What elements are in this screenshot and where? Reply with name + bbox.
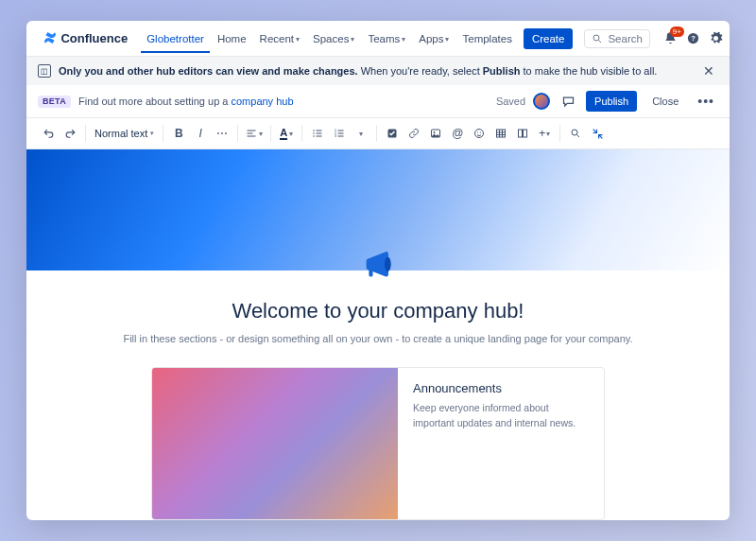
top-nav: Confluence GlobetrotterHomeRecent▾Spaces… (26, 21, 730, 57)
svg-point-4 (314, 130, 316, 131)
svg-point-14 (477, 131, 478, 132)
editor-content[interactable]: Welcome to your company hub! Fill in the… (26, 149, 730, 520)
redo-icon[interactable] (60, 122, 80, 145)
nav-link-templates[interactable]: Templates (456, 24, 517, 53)
list-more-icon[interactable]: ▾ (351, 122, 371, 145)
svg-point-19 (572, 130, 577, 135)
align-icon[interactable]: ▾ (243, 122, 266, 145)
image-icon[interactable] (425, 122, 446, 145)
banner-close-icon[interactable]: ✕ (699, 63, 718, 79)
notifications-icon[interactable]: 9+ (663, 31, 679, 46)
chevron-down-icon: ▾ (296, 35, 300, 44)
more-actions-icon[interactable]: ••• (694, 94, 718, 109)
table-icon[interactable] (490, 122, 511, 145)
collaborator-avatar[interactable] (533, 93, 550, 110)
page-body: Welcome to your company hub! Fill in the… (26, 286, 730, 520)
svg-line-1 (599, 40, 602, 43)
beta-badge: BETA (38, 96, 71, 108)
notification-badge: 9+ (670, 26, 684, 37)
hub-icon: ◫ (38, 64, 51, 78)
svg-line-20 (577, 135, 580, 138)
bold-icon[interactable]: B (168, 122, 189, 145)
chevron-down-icon: ▾ (445, 35, 449, 44)
bullet-list-icon[interactable] (307, 122, 328, 145)
text-color-icon[interactable]: A▾ (276, 122, 297, 145)
company-hub-link[interactable]: company hub (231, 96, 293, 107)
visibility-banner: ◫ Only you and other hub editors can vie… (26, 57, 730, 85)
layouts-icon[interactable] (512, 122, 533, 145)
insert-more-icon[interactable]: +▾ (534, 122, 555, 145)
more-formatting-icon[interactable]: ⋯ (212, 122, 232, 145)
svg-point-6 (314, 135, 316, 137)
svg-point-0 (593, 35, 599, 41)
create-button[interactable]: Create (524, 28, 574, 49)
nav-link-globetrotter[interactable]: Globetrotter (141, 24, 210, 53)
collapse-icon[interactable] (587, 122, 608, 145)
svg-point-21 (385, 257, 391, 271)
app-frame: Confluence GlobetrotterHomeRecent▾Spaces… (26, 21, 730, 520)
megaphone-icon (26, 244, 730, 286)
settings-icon[interactable] (709, 31, 724, 46)
saved-status: Saved (496, 96, 525, 107)
nav-link-home[interactable]: Home (212, 24, 252, 53)
banner-text: Only you and other hub editors can view … (59, 65, 692, 77)
italic-icon[interactable]: I (190, 122, 211, 145)
page-subtext[interactable]: Fill in these sections - or design somet… (83, 333, 673, 344)
search-placeholder: Search (608, 33, 642, 44)
editor-subheader: BETA Find out more about setting up a co… (26, 85, 730, 117)
svg-text:3: 3 (335, 134, 336, 138)
nav-link-recent[interactable]: Recent▾ (254, 24, 305, 53)
nav-link-apps[interactable]: Apps▾ (413, 24, 455, 53)
undo-icon[interactable] (38, 122, 59, 145)
numbered-list-icon[interactable]: 123 (329, 122, 350, 145)
nav-link-teams[interactable]: Teams▾ (362, 24, 411, 53)
page-heading[interactable]: Welcome to your company hub! (83, 299, 673, 323)
comment-icon[interactable] (558, 91, 578, 112)
action-item-icon[interactable] (382, 122, 403, 145)
svg-point-5 (314, 132, 316, 134)
help-icon[interactable]: ? (686, 31, 701, 46)
publish-button[interactable]: Publish (586, 91, 637, 112)
card-title[interactable]: Announcements (413, 381, 589, 395)
card-image (152, 368, 398, 519)
announcements-card[interactable]: Announcements Keep everyone informed abo… (151, 367, 605, 520)
svg-rect-22 (369, 269, 372, 276)
product-logo[interactable]: Confluence (43, 31, 128, 46)
svg-point-12 (434, 131, 436, 133)
svg-point-15 (480, 131, 481, 132)
find-icon[interactable] (565, 122, 586, 145)
chevron-down-icon: ▾ (351, 35, 354, 44)
chevron-down-icon: ▾ (402, 35, 405, 44)
svg-rect-17 (519, 130, 523, 137)
confluence-mark-icon (43, 31, 57, 46)
mention-icon[interactable]: @ (447, 122, 468, 145)
app-switcher-icon[interactable] (36, 32, 38, 45)
search-input[interactable]: Search (584, 29, 649, 48)
svg-rect-16 (497, 130, 506, 137)
svg-text:?: ? (692, 34, 696, 43)
close-button[interactable]: Close (644, 91, 686, 112)
card-text: Announcements Keep everyone informed abo… (398, 368, 604, 519)
subheader-text: Find out more about setting up a company… (78, 96, 293, 107)
card-description[interactable]: Keep everyone informed about important u… (413, 401, 589, 431)
search-icon (592, 33, 603, 44)
emoji-icon[interactable] (469, 122, 490, 145)
link-icon[interactable] (404, 122, 424, 145)
product-name: Confluence (60, 31, 128, 45)
nav-links: GlobetrotterHomeRecent▾Spaces▾Teams▾Apps… (141, 24, 518, 53)
text-style-select[interactable]: Normal text▾ (91, 128, 158, 139)
top-right-icons: 9+ ? (663, 30, 730, 47)
svg-point-13 (475, 130, 484, 138)
nav-link-spaces[interactable]: Spaces▾ (307, 24, 360, 53)
editor-toolbar: Normal text▾ B I ⋯ ▾ A▾ 123 ▾ @ +▾ (26, 117, 730, 149)
svg-rect-18 (524, 130, 527, 137)
